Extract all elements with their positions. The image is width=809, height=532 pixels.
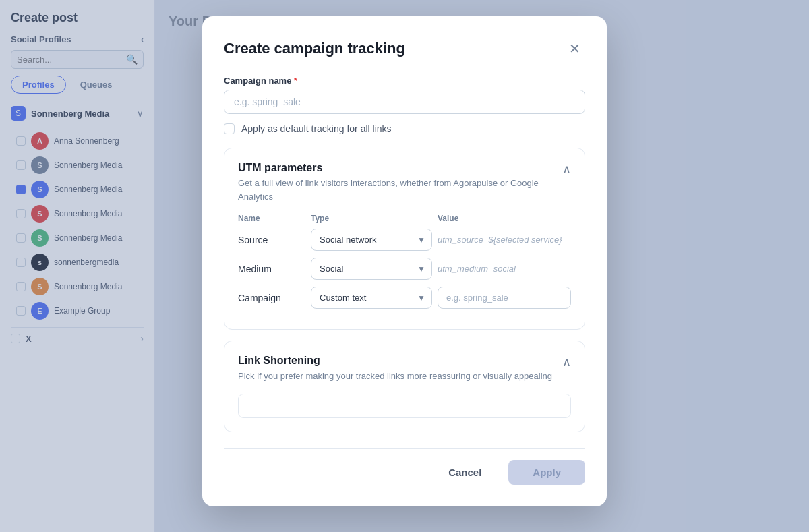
utm-campaign-value-input[interactable] xyxy=(438,287,571,309)
utm-section-desc: Get a full view of link visitors interac… xyxy=(238,177,554,203)
required-indicator: * xyxy=(291,76,297,86)
utm-source-label: Source xyxy=(238,235,305,245)
utm-row-source: Source Social network Custom text Manual… xyxy=(238,229,571,251)
utm-medium-value: utm_medium=social xyxy=(438,264,571,274)
default-tracking-checkbox[interactable] xyxy=(224,123,235,134)
utm-campaign-label: Campaign xyxy=(238,293,305,303)
utm-col-headers: Name Type Value xyxy=(238,214,571,223)
campaign-name-label: Campaign name * xyxy=(224,76,585,86)
link-shortening-title: Link Shortening xyxy=(238,355,552,367)
utm-medium-type-wrapper: Social Custom text Manual ▼ xyxy=(311,258,432,280)
utm-source-type-select[interactable]: Social network Custom text Manual xyxy=(311,229,432,251)
modal-title: Create campaign tracking xyxy=(224,40,405,57)
utm-medium-type-select[interactable]: Social Custom text Manual xyxy=(311,258,432,280)
modal-footer: Cancel Apply xyxy=(224,448,585,485)
modal-header: Create campaign tracking ✕ xyxy=(224,38,585,59)
link-shortening-toggle[interactable]: ∧ xyxy=(562,355,571,370)
modal-overlay: Create campaign tracking ✕ Campaign name… xyxy=(0,0,809,532)
campaign-name-input[interactable] xyxy=(224,90,585,114)
default-tracking-label: Apply as default tracking for all links xyxy=(241,123,392,134)
utm-campaign-type-wrapper: Custom text Social network Manual ▼ xyxy=(311,287,432,309)
utm-col-type: Type xyxy=(311,214,432,223)
cancel-button[interactable]: Cancel xyxy=(429,460,500,485)
utm-col-name: Name xyxy=(238,214,305,223)
utm-campaign-type-select[interactable]: Custom text Social network Manual xyxy=(311,287,432,309)
campaign-tracking-modal: Create campaign tracking ✕ Campaign name… xyxy=(202,16,607,506)
utm-source-value: utm_source=${selected service} xyxy=(438,235,571,245)
utm-row-medium: Medium Social Custom text Manual ▼ utm_m… xyxy=(238,258,571,280)
close-button[interactable]: ✕ xyxy=(564,38,585,59)
link-shortening-content xyxy=(238,394,571,418)
link-shortening-desc: Pick if you prefer making your tracked l… xyxy=(238,370,552,383)
utm-medium-label: Medium xyxy=(238,264,305,274)
link-shortening-header: Link Shortening Pick if you prefer makin… xyxy=(238,355,571,383)
default-tracking-row: Apply as default tracking for all links xyxy=(224,123,585,134)
utm-row-campaign: Campaign Custom text Social network Manu… xyxy=(238,287,571,309)
apply-button[interactable]: Apply xyxy=(508,460,585,485)
utm-section-toggle[interactable]: ∧ xyxy=(562,162,571,177)
utm-source-type-wrapper: Social network Custom text Manual ▼ xyxy=(311,229,432,251)
utm-section-header: UTM parameters Get a full view of link v… xyxy=(238,162,571,203)
utm-section: UTM parameters Get a full view of link v… xyxy=(224,148,585,330)
link-shortening-section: Link Shortening Pick if you prefer makin… xyxy=(224,341,585,432)
utm-section-title: UTM parameters xyxy=(238,162,554,174)
utm-table: Name Type Value Source Social network Cu… xyxy=(238,214,571,309)
utm-col-value: Value xyxy=(438,214,571,223)
